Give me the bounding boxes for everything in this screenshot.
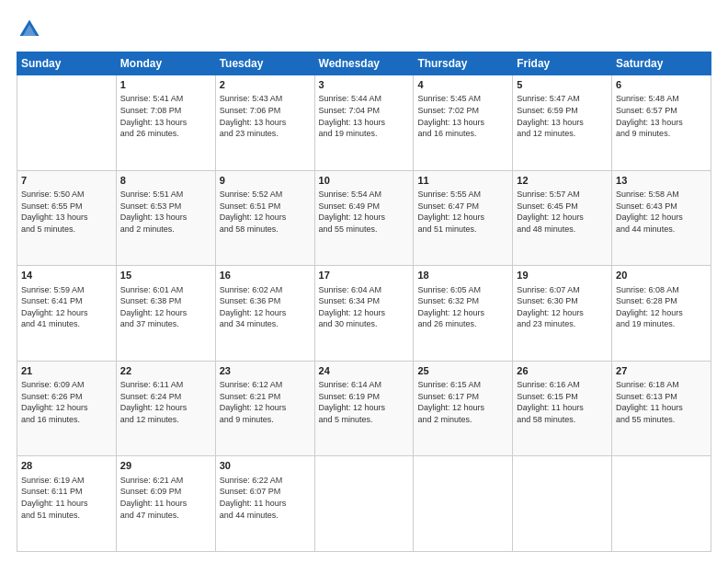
weekday-header-row: SundayMondayTuesdayWednesdayThursdayFrid… — [17, 52, 711, 75]
cell-text: Sunrise: 6:08 AMSunset: 6:28 PMDaylight:… — [616, 284, 707, 330]
calendar-cell: 2Sunrise: 5:43 AMSunset: 7:06 PMDaylight… — [215, 75, 314, 171]
calendar-cell: 13Sunrise: 5:58 AMSunset: 6:43 PMDayligh… — [612, 170, 711, 266]
weekday-header-sunday: Sunday — [17, 52, 117, 75]
day-number: 24 — [319, 364, 410, 378]
calendar-table: SundayMondayTuesdayWednesdayThursdayFrid… — [17, 52, 711, 552]
calendar-cell: 16Sunrise: 6:02 AMSunset: 6:36 PMDayligh… — [215, 266, 314, 362]
cell-text: Sunrise: 5:41 AMSunset: 7:08 PMDaylight:… — [120, 93, 211, 139]
calendar-cell: 19Sunrise: 6:07 AMSunset: 6:30 PMDayligh… — [513, 266, 612, 362]
day-number: 5 — [517, 78, 608, 92]
week-row-3: 14Sunrise: 5:59 AMSunset: 6:41 PMDayligh… — [17, 266, 711, 362]
calendar-cell: 22Sunrise: 6:11 AMSunset: 6:24 PMDayligh… — [116, 361, 215, 456]
calendar-cell: 21Sunrise: 6:09 AMSunset: 6:26 PMDayligh… — [17, 361, 117, 456]
day-number: 25 — [417, 364, 508, 378]
page: SundayMondayTuesdayWednesdayThursdayFrid… — [0, 0, 728, 563]
weekday-header-friday: Friday — [513, 52, 612, 75]
cell-text: Sunrise: 6:04 AMSunset: 6:34 PMDaylight:… — [319, 284, 410, 330]
cell-text: Sunrise: 6:19 AMSunset: 6:11 PMDaylight:… — [21, 475, 112, 521]
calendar-cell: 20Sunrise: 6:08 AMSunset: 6:28 PMDayligh… — [612, 266, 711, 362]
cell-text: Sunrise: 5:45 AMSunset: 7:02 PMDaylight:… — [417, 93, 508, 139]
day-number: 23 — [220, 364, 311, 378]
cell-text: Sunrise: 5:50 AMSunset: 6:55 PMDaylight:… — [21, 189, 112, 235]
day-number: 9 — [220, 174, 311, 188]
calendar-cell: 29Sunrise: 6:21 AMSunset: 6:09 PMDayligh… — [116, 456, 215, 552]
calendar-cell: 4Sunrise: 5:45 AMSunset: 7:02 PMDaylight… — [414, 75, 513, 171]
day-number: 16 — [220, 269, 311, 282]
cell-text: Sunrise: 5:47 AMSunset: 6:59 PMDaylight:… — [517, 93, 608, 139]
day-number: 30 — [220, 459, 311, 473]
calendar-cell: 17Sunrise: 6:04 AMSunset: 6:34 PMDayligh… — [314, 266, 414, 362]
calendar-cell: 14Sunrise: 5:59 AMSunset: 6:41 PMDayligh… — [17, 266, 117, 362]
cell-text: Sunrise: 6:09 AMSunset: 6:26 PMDaylight:… — [21, 379, 112, 425]
day-number: 10 — [319, 174, 410, 188]
calendar-cell: 7Sunrise: 5:50 AMSunset: 6:55 PMDaylight… — [17, 170, 117, 266]
day-number: 8 — [120, 174, 211, 188]
calendar-cell: 8Sunrise: 5:51 AMSunset: 6:53 PMDaylight… — [116, 170, 215, 266]
calendar-cell: 30Sunrise: 6:22 AMSunset: 6:07 PMDayligh… — [215, 456, 314, 552]
calendar-cell: 18Sunrise: 6:05 AMSunset: 6:32 PMDayligh… — [414, 266, 513, 362]
weekday-header-saturday: Saturday — [612, 52, 711, 75]
calendar-cell: 26Sunrise: 6:16 AMSunset: 6:15 PMDayligh… — [513, 361, 612, 456]
day-number: 2 — [220, 78, 311, 92]
day-number: 12 — [517, 174, 608, 188]
cell-text: Sunrise: 5:58 AMSunset: 6:43 PMDaylight:… — [616, 189, 707, 235]
day-number: 13 — [616, 174, 707, 188]
day-number: 6 — [616, 78, 707, 92]
cell-text: Sunrise: 5:59 AMSunset: 6:41 PMDaylight:… — [21, 284, 112, 330]
week-row-2: 7Sunrise: 5:50 AMSunset: 6:55 PMDaylight… — [17, 170, 711, 266]
day-number: 20 — [616, 269, 707, 282]
calendar-cell: 27Sunrise: 6:18 AMSunset: 6:13 PMDayligh… — [612, 361, 711, 456]
calendar-cell: 10Sunrise: 5:54 AMSunset: 6:49 PMDayligh… — [314, 170, 414, 266]
day-number: 19 — [517, 269, 608, 282]
cell-text: Sunrise: 6:12 AMSunset: 6:21 PMDaylight:… — [220, 379, 311, 425]
weekday-header-thursday: Thursday — [414, 52, 513, 75]
cell-text: Sunrise: 5:54 AMSunset: 6:49 PMDaylight:… — [319, 189, 410, 235]
cell-text: Sunrise: 6:21 AMSunset: 6:09 PMDaylight:… — [120, 475, 211, 521]
weekday-header-monday: Monday — [116, 52, 215, 75]
weekday-header-tuesday: Tuesday — [215, 52, 314, 75]
day-number: 15 — [120, 269, 211, 282]
day-number: 29 — [120, 459, 211, 473]
cell-text: Sunrise: 6:18 AMSunset: 6:13 PMDaylight:… — [616, 379, 707, 425]
calendar-cell: 6Sunrise: 5:48 AMSunset: 6:57 PMDaylight… — [612, 75, 711, 171]
cell-text: Sunrise: 6:07 AMSunset: 6:30 PMDaylight:… — [517, 284, 608, 330]
day-number: 3 — [319, 78, 410, 92]
logo-icon — [17, 17, 42, 42]
cell-text: Sunrise: 5:48 AMSunset: 6:57 PMDaylight:… — [616, 93, 707, 139]
day-number: 1 — [120, 78, 211, 92]
calendar-cell — [17, 75, 117, 171]
cell-text: Sunrise: 5:51 AMSunset: 6:53 PMDaylight:… — [120, 189, 211, 235]
cell-text: Sunrise: 6:11 AMSunset: 6:24 PMDaylight:… — [120, 379, 211, 425]
calendar-cell: 23Sunrise: 6:12 AMSunset: 6:21 PMDayligh… — [215, 361, 314, 456]
cell-text: Sunrise: 6:02 AMSunset: 6:36 PMDaylight:… — [220, 284, 311, 330]
cell-text: Sunrise: 6:05 AMSunset: 6:32 PMDaylight:… — [417, 284, 508, 330]
day-number: 26 — [517, 364, 608, 378]
cell-text: Sunrise: 5:57 AMSunset: 6:45 PMDaylight:… — [517, 189, 608, 235]
day-number: 27 — [616, 364, 707, 378]
calendar-cell: 12Sunrise: 5:57 AMSunset: 6:45 PMDayligh… — [513, 170, 612, 266]
day-number: 4 — [417, 78, 508, 92]
weekday-header-wednesday: Wednesday — [314, 52, 414, 75]
calendar-cell — [414, 456, 513, 552]
calendar-cell: 1Sunrise: 5:41 AMSunset: 7:08 PMDaylight… — [116, 75, 215, 171]
calendar-cell: 25Sunrise: 6:15 AMSunset: 6:17 PMDayligh… — [414, 361, 513, 456]
week-row-4: 21Sunrise: 6:09 AMSunset: 6:26 PMDayligh… — [17, 361, 711, 456]
header — [17, 17, 711, 42]
calendar-cell: 24Sunrise: 6:14 AMSunset: 6:19 PMDayligh… — [314, 361, 414, 456]
cell-text: Sunrise: 5:52 AMSunset: 6:51 PMDaylight:… — [220, 189, 311, 235]
calendar-cell: 11Sunrise: 5:55 AMSunset: 6:47 PMDayligh… — [414, 170, 513, 266]
day-number: 11 — [417, 174, 508, 188]
calendar-cell — [513, 456, 612, 552]
week-row-5: 28Sunrise: 6:19 AMSunset: 6:11 PMDayligh… — [17, 456, 711, 552]
cell-text: Sunrise: 5:55 AMSunset: 6:47 PMDaylight:… — [417, 189, 508, 235]
calendar-cell: 9Sunrise: 5:52 AMSunset: 6:51 PMDaylight… — [215, 170, 314, 266]
cell-text: Sunrise: 6:01 AMSunset: 6:38 PMDaylight:… — [120, 284, 211, 330]
logo — [17, 17, 44, 42]
week-row-1: 1Sunrise: 5:41 AMSunset: 7:08 PMDaylight… — [17, 75, 711, 171]
cell-text: Sunrise: 6:14 AMSunset: 6:19 PMDaylight:… — [319, 379, 410, 425]
cell-text: Sunrise: 6:22 AMSunset: 6:07 PMDaylight:… — [220, 475, 311, 521]
cell-text: Sunrise: 5:43 AMSunset: 7:06 PMDaylight:… — [220, 93, 311, 139]
cell-text: Sunrise: 5:44 AMSunset: 7:04 PMDaylight:… — [319, 93, 410, 139]
calendar-cell — [612, 456, 711, 552]
calendar-cell — [314, 456, 414, 552]
